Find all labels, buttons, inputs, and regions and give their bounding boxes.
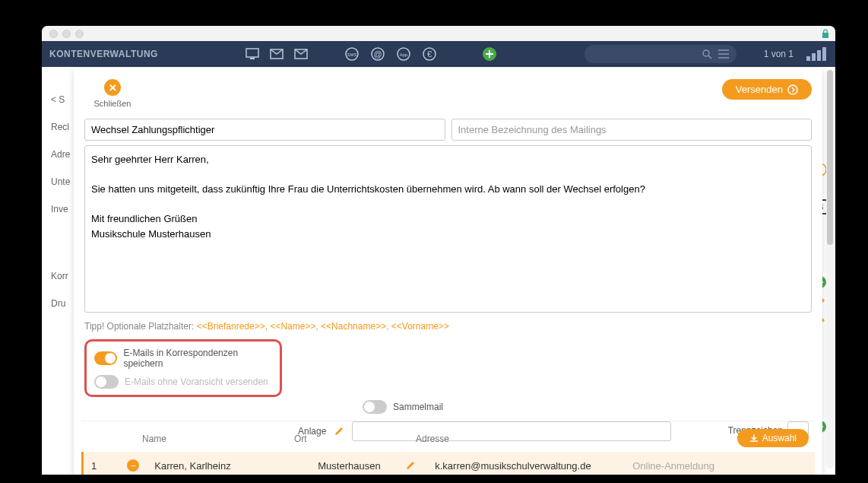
- svg-text:€: €: [427, 49, 432, 59]
- svg-rect-1: [250, 58, 255, 59]
- scrollbar-thumb[interactable]: [827, 70, 833, 245]
- cell-name: Karren, Karlheinz: [154, 460, 318, 472]
- svg-text:SMS: SMS: [347, 52, 356, 57]
- save-correspondence-label: E-Mails in Korrespondenzen speichern: [123, 348, 272, 369]
- selection-label: Auswahl: [762, 433, 797, 443]
- svg-point-13: [703, 50, 709, 56]
- col-name: Name: [142, 434, 294, 444]
- subject-input[interactable]: [84, 119, 445, 141]
- mail-open-icon[interactable]: [294, 49, 308, 59]
- close-window-icon[interactable]: [49, 30, 58, 38]
- pencil-icon[interactable]: [405, 460, 416, 471]
- svg-text:App: App: [400, 52, 408, 57]
- lock-icon: [822, 29, 829, 38]
- sammelmail-toggle[interactable]: [363, 400, 387, 414]
- download-icon: [749, 434, 759, 443]
- col-ort: Ort: [294, 434, 416, 444]
- sms-icon[interactable]: SMS: [344, 46, 360, 62]
- arrow-circle-icon: [787, 84, 798, 95]
- cell-ort: Musterhausen: [318, 460, 405, 472]
- cell-address: k.karren@musikschulverwaltung.de: [435, 460, 632, 472]
- send-button[interactable]: Versenden: [722, 79, 812, 100]
- scrollbar[interactable]: [826, 70, 834, 469]
- titlebar: [42, 26, 835, 41]
- signal-icon: [806, 47, 826, 61]
- add-icon[interactable]: [481, 46, 498, 62]
- close-icon[interactable]: ✕: [104, 79, 121, 96]
- cell-source: Online-Anmeldung: [632, 460, 714, 472]
- selection-button[interactable]: Auswahl: [737, 429, 809, 447]
- table-header: Name Ort Adresse Auswahl: [81, 434, 815, 452]
- send-without-preview-label: E-Mails ohne Voransicht versenden: [125, 377, 268, 387]
- table-row[interactable]: 1 − Karren, Karlheinz Musterhausen k.kar…: [81, 452, 815, 475]
- svg-point-17: [788, 85, 797, 94]
- svg-rect-0: [246, 49, 258, 57]
- list-icon: [718, 49, 729, 59]
- tip-prefix: Tipp! Optionale Platzhalter:: [84, 321, 197, 332]
- internal-name-input[interactable]: [451, 119, 813, 141]
- recipients-section: Name Ort Adresse Auswahl 1 − Karren, Kar…: [81, 421, 815, 475]
- sammelmail-label: Sammelmail: [393, 402, 443, 412]
- search-icon: [702, 49, 712, 59]
- modal-header: ✕ Schließen Versenden: [84, 79, 812, 108]
- col-addr: Adresse: [416, 434, 629, 444]
- remove-row-icon[interactable]: −: [127, 459, 139, 472]
- send-label: Versenden: [736, 84, 783, 95]
- close-group[interactable]: ✕ Schließen: [84, 79, 141, 108]
- tip-placeholders: <<Briefanrede>>, <<Name>>, <<Nachname>>,…: [197, 321, 449, 332]
- mail-icon[interactable]: [270, 49, 284, 59]
- highlight-box: E-Mails in Korrespondenzen speichern E-M…: [84, 339, 282, 397]
- topbar: KONTENVERWALTUNG SMS @ App € 1 von 1: [42, 41, 835, 67]
- at-icon[interactable]: @: [370, 46, 385, 62]
- traffic-lights: [49, 30, 84, 38]
- app-window: KONTENVERWALTUNG SMS @ App € 1 von 1 < S…: [42, 26, 835, 475]
- euro-icon[interactable]: €: [422, 46, 437, 62]
- placeholder-tip: Tipp! Optionale Platzhalter: <<Briefanre…: [84, 321, 812, 332]
- mail-modal: ✕ Schließen Versenden Tipp! Optionale Pl…: [74, 68, 822, 475]
- screen-icon[interactable]: [246, 48, 259, 60]
- minimize-window-icon[interactable]: [62, 30, 71, 38]
- save-correspondence-toggle[interactable]: [94, 351, 117, 365]
- body-textarea[interactable]: [84, 145, 812, 313]
- row-index: 1: [91, 460, 97, 472]
- toolbar-icons: SMS @ App €: [246, 46, 498, 62]
- save-correspondence-toggle-row: E-Mails in Korrespondenzen speichern: [94, 348, 272, 369]
- close-label: Schließen: [84, 99, 141, 108]
- app-icon[interactable]: App: [396, 46, 411, 62]
- record-count: 1 von 1: [764, 49, 794, 59]
- search-box[interactable]: [584, 45, 737, 63]
- svg-text:@: @: [373, 49, 382, 59]
- send-without-preview-toggle[interactable]: [94, 375, 119, 389]
- send-without-preview-toggle-row: E-Mails ohne Voransicht versenden: [94, 375, 272, 389]
- page-title: KONTENVERWALTUNG: [49, 49, 158, 59]
- maximize-window-icon[interactable]: [75, 30, 84, 38]
